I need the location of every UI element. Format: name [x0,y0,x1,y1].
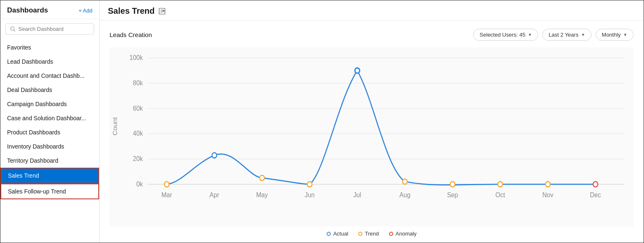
svg-text:Nov: Nov [542,191,554,199]
svg-text:Jun: Jun [305,191,315,199]
svg-point-34 [498,182,502,187]
svg-text:100k: 100k [130,54,143,62]
date-range-dropdown[interactable]: Last 2 Years ▼ [542,29,591,41]
svg-rect-3 [110,47,634,226]
chart-container: 100k 80k 60k 40k 20k 0k Count Mar Apr Ma… [110,47,634,226]
chart-area: Leads Creation Selected Users: 45 ▼ Last… [100,20,644,243]
sidebar-item-sales-trend[interactable]: Sales Trend [0,168,99,183]
search-icon [10,26,16,32]
svg-text:20k: 20k [133,155,143,162]
chart-label: Leads Creation [110,31,152,38]
page-title: Sales Trend [108,6,155,16]
svg-text:Aug: Aug [399,191,410,199]
sidebar-item-account-contact[interactable]: Account and Contact Dashb... [0,69,99,83]
svg-text:Count: Count [112,117,118,136]
chevron-down-icon: ▼ [528,32,532,37]
sidebar-item-lead-dashboards[interactable]: Lead Dashboards [0,55,99,69]
sidebar-item-product-dashboards[interactable]: Product Dashboards [0,125,99,139]
svg-point-36 [593,182,598,187]
svg-text:40k: 40k [133,130,143,137]
svg-text:Dec: Dec [590,191,601,199]
sidebar-navigation: Favorites Lead Dashboards Account and Co… [0,39,99,243]
trend-dot [358,232,362,236]
legend-trend: Trend [358,231,379,237]
date-range-label: Last 2 Years [549,32,579,38]
svg-point-28 [212,153,217,158]
actual-label: Actual [333,231,348,237]
svg-text:Apr: Apr [210,191,219,199]
sidebar-header: Dashboards + Add [0,0,99,19]
svg-text:0k: 0k [136,180,143,188]
svg-point-27 [165,182,169,187]
svg-point-29 [260,175,264,181]
frequency-dropdown[interactable]: Monthly ▼ [596,29,634,41]
sidebar-item-favorites[interactable]: Favorites [0,40,99,55]
chevron-down-icon: ▼ [581,32,585,37]
svg-text:Jul: Jul [353,191,361,199]
sidebar-item-sales-followup[interactable]: Sales Follow-up Trend [0,183,99,199]
sidebar-item-campaign-dashboards[interactable]: Campaign Dashboards [0,97,99,111]
svg-point-33 [450,182,455,187]
add-dashboard-button[interactable]: + Add [78,7,92,14]
svg-point-32 [402,179,407,184]
sidebar-item-territory-dashboard[interactable]: Territory Dashboard [0,154,99,168]
controls-right: Selected Users: 45 ▼ Last 2 Years ▼ Mont… [473,29,634,41]
search-box [5,23,94,35]
svg-line-1 [14,30,15,31]
svg-text:60k: 60k [133,104,143,112]
sidebar-item-deal-dashboards[interactable]: Deal Dashboards [0,83,99,97]
sidebar-item-inventory-dashboards[interactable]: Inventory Dashboards [0,139,99,154]
svg-text:Oct: Oct [495,191,505,199]
svg-text:May: May [256,191,268,199]
anomaly-dot [389,232,393,236]
trend-label: Trend [365,231,379,237]
sidebar: Dashboards + Add Favorites Lead Dashboar… [0,0,100,243]
sidebar-title: Dashboards [7,6,48,15]
main-header: Sales Trend [100,0,644,20]
anomaly-label: Anomaly [396,231,417,237]
frequency-label: Monthly [602,32,621,38]
svg-point-30 [307,182,312,187]
main-content: Sales Trend Leads Creation Selected User… [100,0,644,243]
legend-actual: Actual [327,231,348,237]
search-input[interactable] [18,26,90,32]
actual-dot [327,232,331,236]
selected-users-dropdown[interactable]: Selected Users: 45 ▼ [473,29,538,41]
svg-text:80k: 80k [133,79,143,87]
legend-anomaly: Anomaly [389,231,417,237]
svg-point-35 [545,182,550,187]
svg-text:Mar: Mar [161,191,172,199]
chevron-down-icon: ▼ [623,32,627,37]
export-icon[interactable] [159,8,165,15]
chart-legend: Actual Trend Anomaly [110,226,634,238]
leads-creation-chart: 100k 80k 60k 40k 20k 0k Count Mar Apr Ma… [110,47,634,226]
svg-point-31 [355,68,359,73]
chart-controls: Leads Creation Selected Users: 45 ▼ Last… [110,29,634,41]
selected-users-label: Selected Users: 45 [479,32,525,38]
svg-text:Sep: Sep [447,191,458,199]
sidebar-item-case-solution[interactable]: Case and Solution Dashboar... [0,111,99,125]
